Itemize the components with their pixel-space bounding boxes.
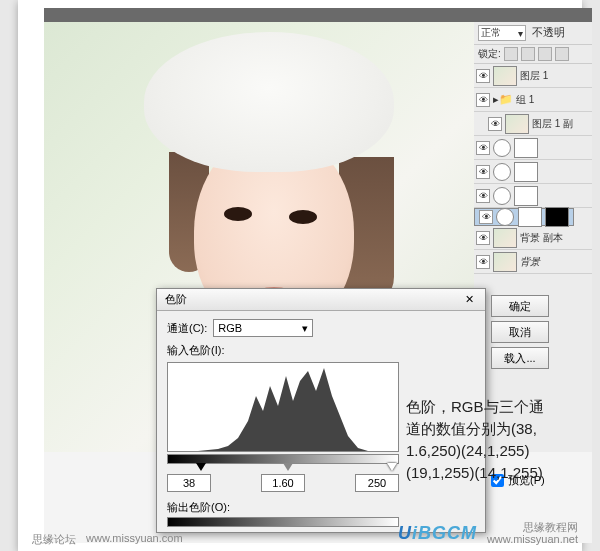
cancel-button[interactable]: 取消: [491, 321, 549, 343]
layer-group-row[interactable]: 👁 ▸📁 组 1: [474, 88, 592, 112]
layer-thumb: [493, 228, 517, 248]
logo: UiBGCM: [398, 523, 477, 544]
layer-thumb: [505, 114, 529, 134]
input-levels-label: 输入色阶(I):: [167, 343, 475, 358]
adjustment-icon: [493, 139, 511, 157]
histogram: [167, 362, 399, 452]
layer-row[interactable]: 👁 背景 副本: [474, 226, 592, 250]
output-slider[interactable]: [167, 517, 399, 527]
adjustment-layer-row[interactable]: 👁: [474, 136, 592, 160]
blend-mode-select[interactable]: 正常▾: [478, 25, 526, 41]
black-point-input[interactable]: 38: [167, 474, 211, 492]
mask-thumb: [514, 162, 538, 182]
adjustment-layer-row[interactable]: 👁: [474, 208, 574, 226]
white-point-handle[interactable]: [387, 463, 397, 471]
mask-thumb: [518, 207, 542, 227]
layer-row[interactable]: 👁 图层 1: [474, 64, 592, 88]
visibility-icon[interactable]: 👁: [476, 231, 490, 245]
mask-thumb: [514, 138, 538, 158]
visibility-icon[interactable]: 👁: [476, 93, 490, 107]
chevron-down-icon: ▾: [302, 322, 308, 335]
adjustment-icon: [493, 187, 511, 205]
window-titlebar: [44, 8, 592, 22]
load-button[interactable]: 载入...: [491, 347, 549, 369]
output-levels-label: 输出色阶(O):: [167, 500, 475, 515]
dialog-titlebar[interactable]: 色阶 ✕: [157, 289, 485, 311]
svg-marker-0: [198, 368, 373, 451]
channel-label: 通道(C):: [167, 321, 207, 336]
close-icon[interactable]: ✕: [461, 293, 477, 306]
visibility-icon[interactable]: 👁: [479, 210, 493, 224]
black-point-handle[interactable]: [196, 463, 206, 471]
outer-frame: 正常▾ 不透明 锁定: 👁 图层 1 👁 ▸📁 组 1 👁: [18, 0, 582, 551]
adjustment-layer-row[interactable]: 👁: [474, 184, 592, 208]
layer-thumb: [493, 252, 517, 272]
gamma-input[interactable]: 1.60: [261, 474, 305, 492]
app-window: 正常▾ 不透明 锁定: 👁 图层 1 👁 ▸📁 组 1 👁: [44, 8, 592, 543]
visibility-icon[interactable]: 👁: [476, 69, 490, 83]
white-point-input[interactable]: 250: [355, 474, 399, 492]
mask-thumb: [514, 186, 538, 206]
ok-button[interactable]: 确定: [491, 295, 549, 317]
layer-row[interactable]: 👁 图层 1 副: [474, 112, 592, 136]
visibility-icon[interactable]: 👁: [476, 165, 490, 179]
gamma-handle[interactable]: [283, 463, 293, 471]
input-slider[interactable]: [167, 454, 399, 464]
visibility-icon[interactable]: 👁: [476, 189, 490, 203]
adjustment-layer-row[interactable]: 👁: [474, 160, 592, 184]
background-layer-row[interactable]: 👁 背景: [474, 250, 592, 274]
visibility-icon[interactable]: 👁: [476, 255, 490, 269]
opacity-label: 不透明: [532, 25, 565, 41]
tutorial-annotation: 色阶，RGB与三个通 道的数值分别为(38, 1.6,250)(24,1,255…: [406, 396, 586, 484]
adjustment-icon: [496, 208, 514, 226]
adjustment-icon: [493, 163, 511, 181]
lock-row: 锁定:: [474, 45, 592, 64]
visibility-icon[interactable]: 👁: [476, 141, 490, 155]
dialog-title: 色阶: [165, 292, 187, 307]
layer-thumb: [493, 66, 517, 86]
lock-pixels-icon[interactable]: [521, 47, 535, 61]
folder-icon: ▸📁: [493, 93, 513, 106]
lock-all-icon[interactable]: [555, 47, 569, 61]
footer-right: UiBGCM 思缘教程网 www.missyuan.net: [398, 521, 578, 545]
lock-position-icon[interactable]: [538, 47, 552, 61]
channel-select[interactable]: RGB▾: [213, 319, 313, 337]
lock-transparency-icon[interactable]: [504, 47, 518, 61]
mask-thumb: [545, 207, 569, 227]
visibility-icon[interactable]: 👁: [488, 117, 502, 131]
footer-left: 思缘论坛 www.missyuan.com: [32, 532, 183, 547]
